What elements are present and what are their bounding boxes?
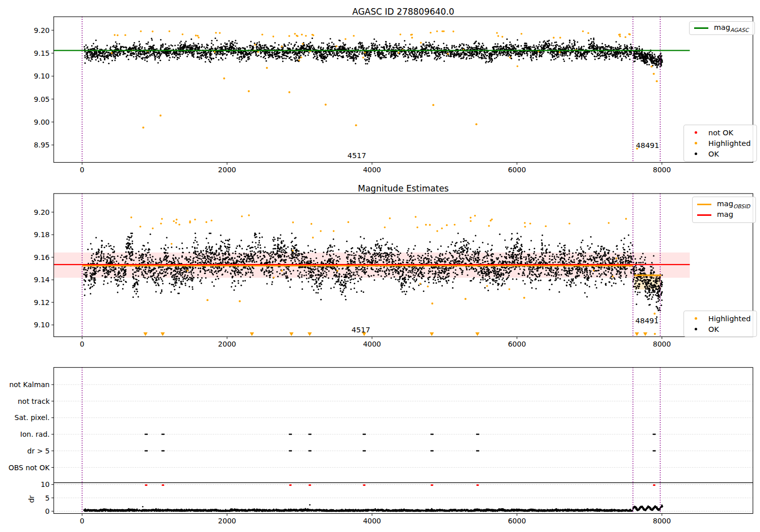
legend-label: Highlighted (708, 139, 751, 147)
legend-item-ok: OK (688, 324, 751, 334)
y-tick-label: 10 (41, 480, 50, 488)
obsid-annotation-48491-plot2: 48491 (635, 317, 659, 325)
legend-label: magOBSID (717, 200, 750, 209)
series-highlighted-low (207, 297, 656, 335)
series-highlighted-low-outliers (142, 65, 658, 149)
legend-item-ok: OK (688, 148, 751, 159)
y-tick-label: OBS not OK (9, 464, 50, 472)
dr-axis-label: dr (27, 495, 35, 503)
x-tick-label: 4000 (363, 166, 381, 174)
y-tick-label: 9.20 (34, 208, 50, 216)
series-ion-rad-flags (144, 434, 656, 435)
series-dr-stray (142, 504, 310, 507)
x-tick-label: 8000 (653, 340, 671, 348)
plot1-title: AGASC ID 278809640.0 (54, 7, 753, 17)
x-tick-label: 0 (80, 517, 85, 525)
y-tick-label: Ion. rad. (20, 430, 50, 438)
y-tick-label: not Kalman (9, 381, 50, 389)
y-tick-label: 9.05 (34, 95, 50, 103)
plot2-line-legend: magOBSID mag (692, 197, 756, 223)
series-ok-cloud-trail (632, 46, 663, 68)
legend-label: OK (708, 150, 719, 158)
x-tick-label: 6000 (508, 517, 526, 525)
y-tick-label: 0 (45, 507, 50, 515)
x-tick-label: 0 (80, 166, 85, 174)
x-tick-label: 6000 (508, 166, 526, 174)
y-tick-label: 9.15 (34, 49, 50, 57)
y-tick-label: not track (18, 397, 50, 405)
x-tick-label: 6000 (508, 340, 526, 348)
x-tick-label: 2000 (218, 340, 236, 348)
y-tick-label: 9.16 (34, 253, 50, 261)
plot1-marker-legend: not OK Highlighted OK (683, 125, 757, 162)
y-tick-label: 9.20 (34, 26, 50, 34)
y-tick-label: dr > 5 (27, 447, 50, 455)
y-tick-label: 9.18 (34, 231, 50, 239)
obsid-annotation-4517-plot2: 4517 (352, 326, 370, 334)
y-tick-label: 8.95 (34, 141, 50, 149)
x-tick-label: 4000 (363, 340, 381, 348)
y-tick-label: 9.10 (34, 321, 50, 329)
legend-label: magAGASC (714, 23, 749, 33)
y-tick-label: 9.00 (34, 118, 50, 126)
series-highlighted-top (114, 30, 631, 39)
highlighted-dot-swatch (688, 142, 704, 144)
obsid-annotation-48491-plot1: 48491 (636, 141, 659, 149)
plot-area-2 (54, 367, 753, 513)
series-dr-cloud-trail (632, 505, 663, 511)
legend-item-mag-obsid: magOBSID (696, 199, 750, 210)
y-tick-label: 9.12 (34, 298, 50, 307)
plot2-title: Magnitude Estimates (54, 183, 753, 194)
legend-label: not OK (708, 129, 733, 137)
plot-area-0 (54, 17, 690, 163)
series-ok-cloud (84, 37, 633, 64)
series-dr-cloud (83, 508, 633, 512)
mag-line-swatch (696, 214, 712, 216)
y-tick-label: 9.10 (34, 72, 50, 80)
plot-area-1 (54, 194, 690, 337)
series-highlighted-top (130, 214, 627, 232)
mag-agasc-line-swatch (693, 27, 709, 29)
legend-item-mag: mag (696, 210, 750, 220)
legend-label: Highlighted (708, 315, 751, 323)
plot2-marker-legend: Highlighted OK (683, 311, 757, 337)
obsid-annotation-4517-plot1: 4517 (348, 151, 366, 160)
x-tick-label: 0 (80, 340, 85, 348)
series-highlighted-clipped-triangles (143, 332, 648, 336)
figure-svg: 020004000600080008.959.009.059.109.159.2… (0, 0, 760, 532)
legend-item-not-ok: not OK (688, 127, 751, 138)
mag-obsid-line-swatch (696, 204, 712, 205)
y-tick-label: 5 (45, 494, 50, 502)
x-tick-label: 2000 (218, 517, 236, 525)
plot1-line-legend: magAGASC (689, 21, 755, 35)
legend-label: mag (717, 210, 733, 220)
series-dr-gt-5-flags (144, 450, 656, 451)
legend-item-highlighted: Highlighted (688, 138, 751, 148)
x-tick-label: 2000 (218, 166, 236, 174)
x-tick-label: 8000 (653, 517, 671, 525)
legend-item-highlighted: Highlighted (688, 313, 751, 324)
highlighted-dot-swatch (688, 317, 704, 320)
ok-dot-swatch (688, 153, 704, 155)
x-tick-label: 4000 (363, 517, 381, 525)
chart-canvas: 020004000600080008.959.009.059.109.159.2… (0, 0, 760, 532)
ok-dot-swatch (688, 328, 704, 330)
figure: 020004000600080008.959.009.059.109.159.2… (0, 0, 760, 532)
y-tick-label: 9.14 (34, 276, 50, 284)
y-tick-label: Sat. pixel. (15, 413, 50, 422)
legend-label: OK (708, 325, 719, 333)
legend-item-mag-agasc: magAGASC (693, 23, 749, 33)
x-tick-label: 8000 (653, 166, 671, 174)
not-ok-dot-swatch (688, 131, 704, 134)
